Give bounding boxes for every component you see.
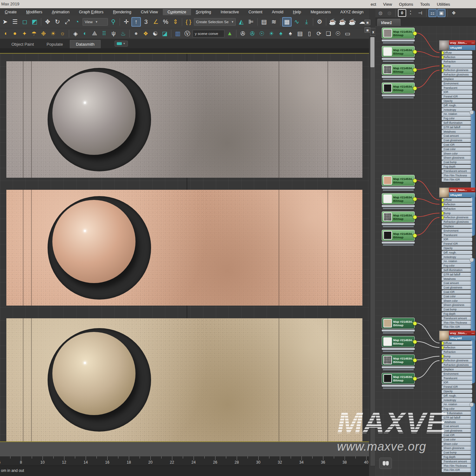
param-slot-metalness[interactable]: Metalness — [442, 277, 472, 281]
ribbon-minimize-button[interactable]: ▼ — [115, 41, 128, 47]
output-connector[interactable] — [413, 197, 417, 201]
param-slot-metalness[interactable]: Metalness — [442, 129, 472, 133]
snaps-3d-icon[interactable]: 3 — [142, 17, 150, 26]
param-slot-reflection-glossiness[interactable]: Reflection glossiness — [442, 215, 472, 219]
tree-card-icon[interactable]: ▯ — [305, 30, 314, 38]
vraymtl-output-connector[interactable] — [469, 402, 474, 407]
param-slot-an-rotation[interactable]: An. rotation — [442, 402, 472, 406]
material-editor-icon[interactable]: ▦ — [282, 17, 291, 26]
rendered-frame-icon[interactable]: ☕ — [338, 17, 347, 26]
dope-sheet-icon[interactable]: ⤓ — [302, 17, 311, 26]
bitmap-node-header[interactable]: Map #214534...Bitmap — [382, 373, 415, 384]
param-slot-refraction[interactable]: Refraction — [442, 60, 472, 63]
vraymtl-header[interactable]: vray_Ston...—VRayMtl — [439, 188, 475, 197]
bitmap-node-stone-salmon-material-white[interactable]: Map #214534...Bitmap — [382, 193, 415, 209]
param-slot-reflection-glossiness[interactable]: Reflection glossiness — [442, 359, 472, 362]
bitmap-node-stone-tan-material-noise[interactable]: Map #214534...Bitmap — [382, 354, 415, 370]
frame-icon[interactable]: ▭ — [343, 30, 352, 38]
select-by-name-icon[interactable]: ☰ — [10, 17, 19, 26]
vraymtl-output-connector[interactable] — [469, 258, 474, 262]
param-slot-anisotropy[interactable]: Anisotropy — [442, 108, 472, 111]
sphere-moon-icon[interactable]: ◐ — [81, 30, 89, 38]
param-slot-an-rotation[interactable]: An. rotation — [442, 259, 472, 263]
vray-light-mesh-icon[interactable]: ❉ — [39, 30, 48, 38]
vertical-scrollbar[interactable] — [370, 36, 375, 466]
menu-megascans[interactable]: Megascans — [306, 9, 336, 15]
param-slot-gtr-tail-falloff[interactable]: GTR tail falloff — [442, 416, 472, 420]
vray-halfsphere-icon[interactable]: ◖ — [1, 30, 10, 38]
param-slot-thin-film-ior[interactable]: Thin Film IOR — [442, 468, 472, 472]
param-slot-refraction-glossiness[interactable]: Refraction glossiness — [442, 220, 472, 224]
snap-toggle-icon[interactable]: ⚲ — [109, 17, 118, 26]
param-slot-self-illumination[interactable]: Self-Illumination — [442, 121, 472, 125]
param-slot-opacity[interactable]: Opacity — [442, 246, 472, 250]
ribbon-tab-populate[interactable]: Populate — [41, 40, 69, 48]
menu-graph-editors[interactable]: Graph Editors — [74, 9, 108, 15]
param-slot-ior[interactable]: IOR — [442, 237, 472, 241]
param-slot-self-illumination[interactable]: Self-Illumination — [442, 268, 472, 272]
vraymtl-node-stone-tan-material[interactable]: vray_Ston...—VRayMtlDiffuseReflectionRef… — [439, 331, 475, 340]
param-slot-metalness[interactable]: Metalness — [442, 420, 472, 424]
param-slot-reflection[interactable]: Reflection — [442, 55, 472, 59]
slate-menu-ect[interactable]: ect — [371, 2, 376, 7]
cube-icon[interactable]: ◈ — [71, 30, 80, 38]
parameter-editor-toggle[interactable]: ⚏ — [429, 9, 436, 17]
param-slot-coat-glossiness[interactable]: Coat glossiness — [442, 138, 472, 142]
bitmap-node-header[interactable]: Map #214534...Bitmap — [382, 336, 415, 347]
bitmap-node-stone-salmon-material-noise[interactable]: Map #214534...Bitmap — [382, 211, 415, 227]
param-slot-refraction-glossiness[interactable]: Refraction glossiness — [442, 363, 472, 367]
param-slot-sheen-color[interactable]: Sheen color — [442, 299, 472, 302]
window-crossing-icon[interactable]: ◩ — [30, 17, 39, 26]
pivot-center-icon[interactable]: ✛ — [122, 17, 131, 26]
menu-customize[interactable]: Customize — [163, 9, 191, 15]
param-slot-gtr-tail-falloff[interactable]: GTR tail falloff — [442, 125, 472, 129]
param-slot-coat-bump[interactable]: Coat bump — [442, 160, 472, 164]
collapse-icon[interactable]: — — [472, 332, 474, 335]
output-connector[interactable] — [413, 234, 417, 238]
align-icon[interactable]: ⊫ — [247, 17, 255, 26]
menu-arnold[interactable]: Arnold — [267, 9, 288, 15]
preview-sphere-stone-salmon[interactable] — [52, 200, 136, 283]
scene-converter-field[interactable]: y scene conve — [193, 30, 224, 37]
select-scale-icon[interactable]: ⤢ — [63, 17, 72, 26]
param-slot-environment[interactable]: Environment — [442, 82, 472, 85]
camera-tripod-icon[interactable]: ⟁ — [90, 30, 99, 38]
bitmap-node-header[interactable]: Map #214534...Bitmap — [382, 193, 415, 204]
param-slot-refraction[interactable]: Refraction — [442, 350, 472, 354]
output-connector[interactable] — [413, 179, 417, 183]
param-slot-reflection[interactable]: Reflection — [442, 346, 472, 349]
material-picker-icon[interactable]: ❖ — [450, 9, 458, 17]
param-slot-refraction-glossiness[interactable]: Refraction glossiness — [442, 73, 472, 76]
palette-icon[interactable]: ☯ — [151, 30, 159, 38]
gray-sphere-icon[interactable]: ● — [132, 30, 140, 38]
param-slot-an-rotation[interactable]: An. rotation — [442, 112, 472, 116]
select-object-icon[interactable]: ➤ — [1, 17, 10, 26]
output-connector[interactable] — [413, 215, 417, 219]
menu-scripting[interactable]: Scripting — [191, 9, 216, 15]
param-slot-fog-depth[interactable]: Fog depth — [442, 312, 472, 316]
param-slot-coat-color[interactable]: Coat color — [442, 438, 472, 441]
output-connector[interactable] — [413, 50, 417, 54]
param-slot-coat-ior[interactable]: Coat IOR — [442, 290, 472, 294]
rectangular-selection-icon[interactable]: ◻ — [20, 17, 29, 26]
bitmap-node-stone-gray-material-gray-stone[interactable]: Map #214534...Bitmap — [382, 28, 415, 43]
param-slot-translucent[interactable]: Translucent — [442, 376, 472, 380]
zero-button[interactable]: 0 — [398, 9, 406, 17]
bitmap-node-stone-gray-material-black[interactable]: Map #214534...Bitmap — [382, 83, 415, 98]
param-slot-coat-ior[interactable]: Coat IOR — [442, 433, 472, 437]
bitmap-node-stone-tan-material-white[interactable]: Map #214534...Bitmap — [382, 336, 415, 352]
param-slot-diffuse[interactable]: Diffuse — [442, 341, 472, 345]
param-slot-ior[interactable]: IOR — [442, 380, 472, 384]
param-slot-fresnel-ior[interactable]: Fresnel IOR — [442, 95, 472, 98]
output-connector[interactable] — [413, 86, 417, 90]
param-slot-sheen-color[interactable]: Sheen color — [442, 442, 472, 446]
menu-modifiers[interactable]: Modifiers — [22, 9, 47, 15]
param-slot-thin-film-ior[interactable]: Thin Film IOR — [442, 325, 472, 329]
param-slot-diff-rough-[interactable]: Diff. rough. — [442, 251, 472, 255]
menu-rendering[interactable]: Rendering — [108, 9, 136, 15]
material-preview-strip-stone-gray[interactable] — [6, 61, 362, 178]
layer-manager-icon[interactable]: ▤ — [260, 17, 268, 26]
param-slot-diffuse[interactable]: Diffuse — [442, 51, 472, 55]
param-slot-anisotropy[interactable]: Anisotropy — [442, 398, 472, 402]
vfb-monitor-icon[interactable]: ▥ — [174, 30, 182, 38]
